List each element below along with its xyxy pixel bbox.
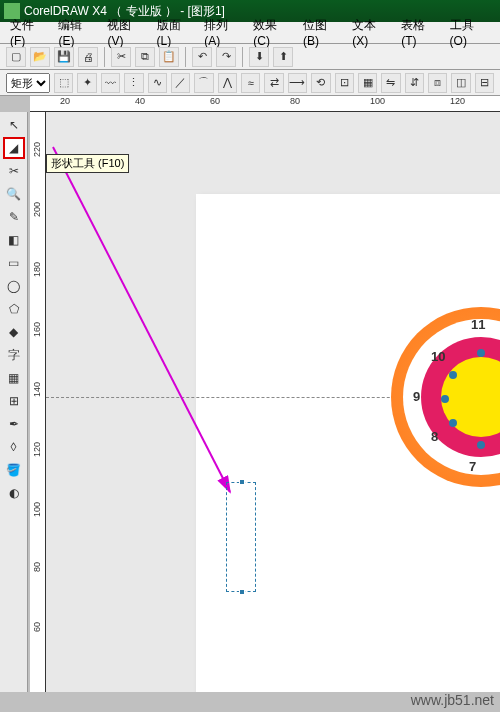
clock-dot [449,371,457,379]
menu-bar: 文件(F) 编辑(E) 视图(V) 版面(L) 排列(A) 效果(C) 位图(B… [0,22,500,44]
menu-tools[interactable]: 工具(O) [446,15,494,50]
prop-btn-1[interactable]: ⬚ [54,73,73,93]
fill-tool-icon[interactable]: 🪣 [3,459,25,481]
basic-shapes-icon[interactable]: ◆ [3,321,25,343]
menu-file[interactable]: 文件(F) [6,15,52,50]
extract-icon[interactable]: ⊡ [335,73,354,93]
prop-btn-2[interactable]: ✦ [77,73,96,93]
export-icon[interactable]: ⬆ [273,47,293,67]
interactive-tool-icon[interactable]: ⊞ [3,390,25,412]
clock-number-7: 7 [469,459,476,474]
reflect-h-icon[interactable]: ⇋ [381,73,400,93]
elastic-icon[interactable]: ⧈ [428,73,447,93]
property-bar: 矩形 ⬚ ✦ 〰 ⋮ ∿ ／ ⌒ ⋀ ≈ ⇄ ⟶ ⟲ ⊡ ▦ ⇋ ⇵ ⧈ ◫ ⊟ [0,70,500,96]
ellipse-tool-icon[interactable]: ◯ [3,275,25,297]
ruler-tick: 60 [32,622,42,632]
paste-icon[interactable]: 📋 [159,47,179,67]
ruler-tick: 140 [32,382,42,397]
node-handle-bottom[interactable] [239,589,245,595]
cusp-icon[interactable]: ⋀ [218,73,237,93]
ruler-tick: 40 [135,96,145,106]
clock-number-8: 8 [431,429,438,444]
table-tool-icon[interactable]: ▦ [3,367,25,389]
ruler-tick: 80 [290,96,300,106]
node-handle-top[interactable] [239,479,245,485]
rectangle-tool-icon[interactable]: ▭ [3,252,25,274]
text-tool-icon[interactable]: 字 [3,344,25,366]
redo-icon[interactable]: ↷ [216,47,236,67]
new-icon[interactable]: ▢ [6,47,26,67]
smart-fill-icon[interactable]: ◧ [3,229,25,251]
menu-text[interactable]: 文本(X) [348,15,395,50]
menu-edit[interactable]: 编辑(E) [54,15,101,50]
ruler-tick: 160 [32,322,42,337]
line-icon[interactable]: ／ [171,73,190,93]
ruler-tick: 80 [32,562,42,572]
ruler-tick: 220 [32,142,42,157]
clock-graphic[interactable]: 12 11 10 9 8 7 6 [391,307,500,487]
menu-table[interactable]: 表格(T) [397,15,443,50]
clock-number-9: 9 [413,389,420,404]
ruler-vertical: 220 200 180 160 140 120 100 80 60 [30,112,46,692]
selected-rectangle[interactable] [226,482,256,592]
cut-icon[interactable]: ✂ [111,47,131,67]
freehand-tool-icon[interactable]: ✎ [3,206,25,228]
ruler-tick: 200 [32,202,42,217]
interactive-fill-icon[interactable]: ◐ [3,482,25,504]
separator [242,47,243,67]
ruler-tick: 100 [370,96,385,106]
ruler-tick: 20 [60,96,70,106]
clock-dot [449,419,457,427]
ruler-horizontal: 20 40 60 80 100 120 [30,96,500,112]
outline-tool-icon[interactable]: ◊ [3,436,25,458]
print-icon[interactable]: 🖨 [78,47,98,67]
shape-select[interactable]: 矩形 [6,73,50,93]
crop-tool-icon[interactable]: ✂ [3,160,25,182]
copy-icon[interactable]: ⧉ [135,47,155,67]
ruler-tick: 60 [210,96,220,106]
bezier-icon[interactable]: 〰 [101,73,120,93]
reduce-icon[interactable]: ⊟ [475,73,494,93]
menu-bitmap[interactable]: 位图(B) [299,15,346,50]
smooth-icon[interactable]: ⌒ [194,73,213,93]
clock-dot [477,349,485,357]
select-all-icon[interactable]: ◫ [451,73,470,93]
polygon-tool-icon[interactable]: ⬠ [3,298,25,320]
ruler-tick: 180 [32,262,42,277]
menu-effects[interactable]: 效果(C) [249,15,297,50]
canvas[interactable]: 形状工具 (F10) 12 11 10 9 8 7 6 [46,112,500,692]
reverse-icon[interactable]: ⇄ [264,73,283,93]
open-icon[interactable]: 📂 [30,47,50,67]
zoom-tool-icon[interactable]: 🔍 [3,183,25,205]
separator [185,47,186,67]
ruler-tick: 120 [32,442,42,457]
clock-number-10: 10 [431,349,445,364]
pick-tool-icon[interactable]: ↖ [3,114,25,136]
toolbox: ↖ ◢ ✂ 🔍 ✎ ◧ ▭ ◯ ⬠ ◆ 字 ▦ ⊞ ✒ ◊ 🪣 ◐ [0,112,28,692]
extend-icon[interactable]: ⟶ [288,73,307,93]
ruler-tick: 100 [32,502,42,517]
import-icon[interactable]: ⬇ [249,47,269,67]
shape-tool-icon[interactable]: ◢ [3,137,25,159]
clock-dot [477,441,485,449]
clock-dot [441,395,449,403]
menu-layout[interactable]: 版面(L) [153,15,199,50]
curve-icon[interactable]: ∿ [148,73,167,93]
menu-arrange[interactable]: 排列(A) [200,15,247,50]
watermark: www.jb51.net [411,692,494,708]
close-icon[interactable]: ⟲ [311,73,330,93]
tooltip-shape-tool: 形状工具 (F10) [46,154,129,173]
node-icon[interactable]: ⋮ [124,73,143,93]
menu-view[interactable]: 视图(V) [103,15,150,50]
ruler-tick: 120 [450,96,465,106]
separator [104,47,105,67]
save-icon[interactable]: 💾 [54,47,74,67]
clock-number-11: 11 [471,317,485,332]
undo-icon[interactable]: ↶ [192,47,212,67]
symm-icon[interactable]: ≈ [241,73,260,93]
eyedropper-icon[interactable]: ✒ [3,413,25,435]
reflect-v-icon[interactable]: ⇵ [405,73,424,93]
align-icon[interactable]: ▦ [358,73,377,93]
